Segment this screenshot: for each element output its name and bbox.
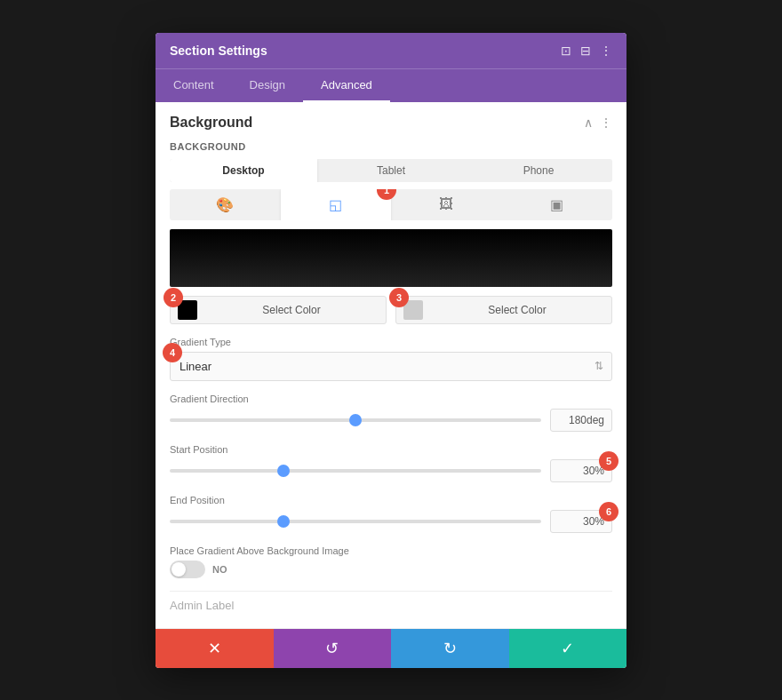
- toggle-label: NO: [212, 564, 227, 575]
- gradient-direction-row: 180deg: [170, 409, 612, 432]
- end-position-label: End Position: [170, 495, 612, 505]
- place-gradient-label: Place Gradient Above Background Image: [170, 545, 612, 556]
- section-settings-panel: Section Settings ⊡ ⊟ ⋮ Content Design Ad…: [156, 33, 626, 668]
- gradient-preview: [170, 229, 612, 287]
- bg-type-tabs: 🎨 ◱ 1 🖼 ▣: [170, 189, 612, 220]
- main-tabs: Content Design Advanced: [156, 68, 626, 102]
- image-icon: 🖼: [439, 196, 453, 211]
- bg-type-image[interactable]: 🖼: [391, 189, 502, 220]
- toggle-knob: [172, 562, 186, 577]
- gradient-type-label: Gradient Type: [170, 337, 612, 347]
- gradient-type-group: Gradient Type 4 Linear Radial Conic: [170, 337, 612, 381]
- gradient-direction-group: Gradient Direction 180deg: [170, 394, 612, 432]
- badge-5: 5: [599, 451, 618, 471]
- start-position-slider[interactable]: [170, 469, 541, 473]
- color-row: 2 Select Color 3 Select Color: [170, 296, 612, 324]
- video-icon: ▣: [550, 197, 563, 212]
- more-icon[interactable]: ⋮: [600, 44, 612, 58]
- delete-icon: ✕: [208, 639, 221, 658]
- gradient-direction-label: Gradient Direction: [170, 394, 612, 404]
- place-gradient-toggle[interactable]: [170, 561, 205, 578]
- badge-4: 4: [163, 343, 182, 362]
- gradient-direction-value: 180deg: [550, 409, 612, 432]
- color-label-2: Select Color: [430, 304, 604, 316]
- place-gradient-group: Place Gradient Above Background Image NO: [170, 545, 612, 578]
- section-header: Background ∧ ⋮: [170, 115, 612, 131]
- gradient-direction-slider[interactable]: [170, 418, 541, 422]
- end-position-slider[interactable]: [170, 520, 541, 523]
- end-position-group: End Position 30% 6: [170, 495, 612, 533]
- color-stop-2[interactable]: 3 Select Color: [395, 296, 612, 324]
- end-position-value: 30% 6: [550, 510, 612, 533]
- badge-2: 2: [164, 288, 183, 307]
- gradient-type-select[interactable]: Linear Radial Conic: [170, 352, 612, 381]
- badge-6: 6: [599, 502, 618, 521]
- start-position-value: 30% 5: [550, 459, 612, 482]
- device-tab-tablet[interactable]: Tablet: [317, 159, 465, 182]
- reset-icon: ↺: [325, 639, 339, 658]
- reset-button[interactable]: ↺: [274, 629, 392, 668]
- save-icon: ✓: [561, 639, 574, 658]
- minimize-icon[interactable]: ⊟: [580, 44, 591, 58]
- collapse-icon[interactable]: ∧: [584, 115, 593, 130]
- color-stop-1[interactable]: 2 Select Color: [170, 296, 387, 324]
- panel-header: Section Settings ⊡ ⊟ ⋮: [156, 33, 626, 68]
- start-position-group: Start Position 30% 5: [170, 444, 612, 482]
- bg-type-gradient[interactable]: ◱ 1: [281, 189, 392, 220]
- toggle-row: NO: [170, 561, 612, 578]
- section-controls: ∧ ⋮: [584, 115, 612, 130]
- badge-3: 3: [389, 288, 409, 307]
- background-section: Background ∧ ⋮ Background Desktop Tablet…: [156, 102, 626, 629]
- gradient-type-select-wrapper: Linear Radial Conic: [170, 352, 612, 381]
- device-tab-phone[interactable]: Phone: [465, 159, 612, 182]
- device-tabs: Desktop Tablet Phone: [170, 159, 612, 182]
- section-title: Background: [170, 115, 252, 131]
- bottom-toolbar: ✕ ↺ ↻ ✓: [156, 629, 626, 668]
- end-position-row: 30% 6: [170, 510, 612, 533]
- redo-icon: ↻: [443, 639, 457, 658]
- color-icon: 🎨: [216, 197, 234, 212]
- device-tab-desktop[interactable]: Desktop: [170, 159, 317, 182]
- panel-content: Background ∧ ⋮ Background Desktop Tablet…: [156, 102, 626, 629]
- redo-button[interactable]: ↻: [391, 629, 509, 668]
- tab-advanced[interactable]: Advanced: [303, 69, 390, 102]
- admin-label-text: Admin Label: [170, 599, 234, 612]
- color-label-1: Select Color: [204, 304, 379, 316]
- start-position-label: Start Position: [170, 444, 612, 455]
- start-position-row: 30% 5: [170, 459, 612, 482]
- settings-icon[interactable]: ⊡: [561, 44, 571, 58]
- panel-header-icons: ⊡ ⊟ ⋮: [561, 44, 612, 58]
- delete-button[interactable]: ✕: [156, 629, 274, 668]
- save-button[interactable]: ✓: [509, 629, 627, 668]
- section-more-icon[interactable]: ⋮: [600, 115, 612, 130]
- bg-type-video[interactable]: ▣: [502, 189, 613, 220]
- background-label: Background: [170, 141, 612, 152]
- bg-type-color[interactable]: 🎨: [170, 189, 281, 220]
- tab-design[interactable]: Design: [232, 69, 303, 102]
- admin-label-row: Admin Label: [170, 591, 612, 616]
- panel-title: Section Settings: [170, 44, 267, 58]
- gradient-type-wrapper: 4 Linear Radial Conic: [170, 352, 612, 381]
- gradient-icon: ◱: [329, 197, 342, 212]
- tab-content[interactable]: Content: [156, 69, 232, 102]
